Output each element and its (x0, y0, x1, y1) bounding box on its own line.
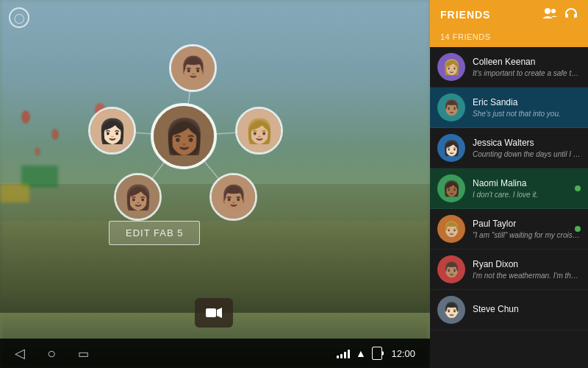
friend-item-paul[interactable]: 👨🏼 Paul Taylor "I am "still" waiting for… (430, 209, 588, 250)
friend-status-naomi: I don't care. I love it. (473, 190, 581, 199)
people-icon[interactable] (542, 7, 557, 22)
online-indicator-paul (575, 226, 581, 232)
friend-avatar-inner-paul: 👨🏼 (437, 215, 465, 243)
friend-avatar-inner-jessica: 👩🏻 (437, 134, 465, 162)
battery-icon (372, 347, 383, 360)
svg-point-8 (551, 9, 556, 13)
friend-info-eric: Eric Sandia She's just not that into you… (473, 97, 581, 118)
friend-name-jessica: Jessica Walters (473, 138, 581, 148)
signal-bars (337, 348, 350, 358)
friend-avatar-inner-steve: 👨🏻 (437, 296, 465, 324)
friend-status-jessica: Counting down the days until I see my bo… (473, 149, 581, 159)
friend-item-jessica[interactable]: 👩🏻 Jessica Walters Counting down the day… (430, 128, 588, 169)
wifi-icon: ▲ (356, 347, 366, 359)
avatar-bottom-right-face: 👨🏽 (212, 175, 255, 219)
avatar-center-face: 👩🏾 (154, 106, 214, 166)
friend-name-colleen: Colleen Keenan (473, 57, 581, 67)
main-panel: ◯ 👨🏽 (0, 0, 430, 368)
avatar-top-face: 👨🏽 (171, 46, 215, 90)
edit-fab-button[interactable]: EDIT FAB 5 (109, 221, 200, 245)
friend-item-naomi[interactable]: 👩🏾 Naomi Malina I don't care. I love it. (430, 169, 588, 209)
header-icons (542, 7, 578, 22)
friend-status-eric: She's just not that into you. (473, 109, 581, 118)
avatar-center[interactable]: 👩🏾 (151, 103, 217, 169)
friend-avatar-jessica: 👩🏻 (437, 134, 465, 162)
avatar-left-face: 👩🏻 (90, 109, 134, 152)
friend-status-colleen: It's important to create a safe twerking… (473, 68, 581, 78)
friend-info-ryan: Ryan Dixon I'm not the weatherman. I'm t… (473, 259, 581, 280)
avatar-bottom-left-face: 👩🏽 (116, 175, 159, 219)
video-camera-button[interactable] (195, 298, 233, 328)
friend-name-steve: Steve Chun (473, 304, 581, 314)
signal-bar-1 (337, 355, 339, 358)
headphone-icon[interactable] (564, 7, 578, 22)
avatar-left[interactable]: 👩🏻 (88, 107, 136, 155)
signal-bar-3 (344, 352, 346, 358)
friends-header: FRIENDS (430, 0, 588, 29)
avatar-bottom-left[interactable]: 👩🏽 (114, 173, 162, 221)
friend-avatar-naomi: 👩🏾 (437, 174, 465, 202)
home-button[interactable]: ○ (47, 345, 56, 362)
nav-right-status: ▲ 12:00 (337, 347, 415, 360)
friends-count-bar: 14 FRIENDS (430, 29, 588, 47)
friend-avatar-inner-naomi: 👩🏾 (437, 174, 465, 202)
nav-left-buttons: ◁ ○ ▭ (15, 345, 89, 362)
friend-avatar-paul: 👨🏼 (437, 215, 465, 243)
friend-item-colleen[interactable]: 👩🏼 Colleen Keenan It's important to crea… (430, 47, 588, 88)
online-indicator-naomi (575, 185, 581, 191)
friend-item-ryan[interactable]: 👨🏽 Ryan Dixon I'm not the weatherman. I'… (430, 250, 588, 290)
svg-rect-5 (206, 308, 216, 317)
back-button[interactable]: ◁ (15, 345, 25, 361)
signal-bar-4 (348, 350, 350, 358)
friends-panel: FRIENDS (430, 0, 588, 368)
svg-marker-6 (217, 308, 222, 318)
friends-count: 14 FRIENDS (440, 32, 491, 41)
app-container: ◯ 👨🏽 (0, 0, 588, 368)
friend-avatar-inner-eric: 👨🏽 (437, 93, 465, 121)
friend-avatar-inner-colleen: 👩🏼 (437, 53, 465, 81)
friend-avatar-eric: 👨🏽 (437, 93, 465, 121)
avatar-bottom-right[interactable]: 👨🏽 (209, 173, 257, 221)
friend-status-paul: "I am "still" waiting for my croissants.… (473, 230, 581, 240)
friend-avatar-inner-ryan: 👨🏽 (437, 255, 465, 283)
navigation-bar: ◁ ○ ▭ ▲ 12:00 (0, 339, 430, 368)
video-camera-icon (206, 307, 222, 319)
recents-button[interactable]: ▭ (78, 347, 89, 361)
friend-item-steve[interactable]: 👨🏻 Steve Chun (430, 290, 588, 330)
friend-info-naomi: Naomi Malina I don't care. I love it. (473, 178, 581, 199)
friend-avatar-steve: 👨🏻 (437, 296, 465, 324)
friend-item-eric[interactable]: 👨🏽 Eric Sandia She's just not that into … (430, 88, 588, 128)
friend-info-paul: Paul Taylor "I am "still" waiting for my… (473, 219, 581, 240)
chat-bubble-icon: ◯ (9, 7, 29, 28)
friend-avatar-colleen: 👩🏼 (437, 53, 465, 81)
fab-cluster: 👨🏽 👩🏻 👩🏾 👩🏼 (74, 37, 294, 236)
friend-avatar-ryan: 👨🏽 (437, 255, 465, 283)
avatar-top[interactable]: 👨🏽 (169, 44, 217, 92)
friend-info-colleen: Colleen Keenan It's important to create … (473, 57, 581, 78)
friend-name-eric: Eric Sandia (473, 97, 581, 107)
friend-name-paul: Paul Taylor (473, 219, 581, 229)
svg-point-7 (545, 8, 551, 14)
friend-name-naomi: Naomi Malina (473, 178, 581, 188)
time-display: 12:00 (391, 348, 415, 359)
chat-icon-container[interactable]: ◯ (9, 7, 29, 28)
friend-status-ryan: I'm not the weatherman. I'm the weather,… (473, 271, 581, 280)
signal-bar-2 (340, 354, 343, 358)
friends-list: 👩🏼 Colleen Keenan It's important to crea… (430, 47, 588, 368)
friend-name-ryan: Ryan Dixon (473, 259, 581, 269)
friends-title: FRIENDS (440, 9, 490, 21)
friend-info-jessica: Jessica Walters Counting down the days u… (473, 138, 581, 159)
friend-info-steve: Steve Chun (473, 304, 581, 316)
avatar-right-face: 👩🏼 (237, 109, 281, 152)
avatar-right[interactable]: 👩🏼 (235, 107, 283, 155)
